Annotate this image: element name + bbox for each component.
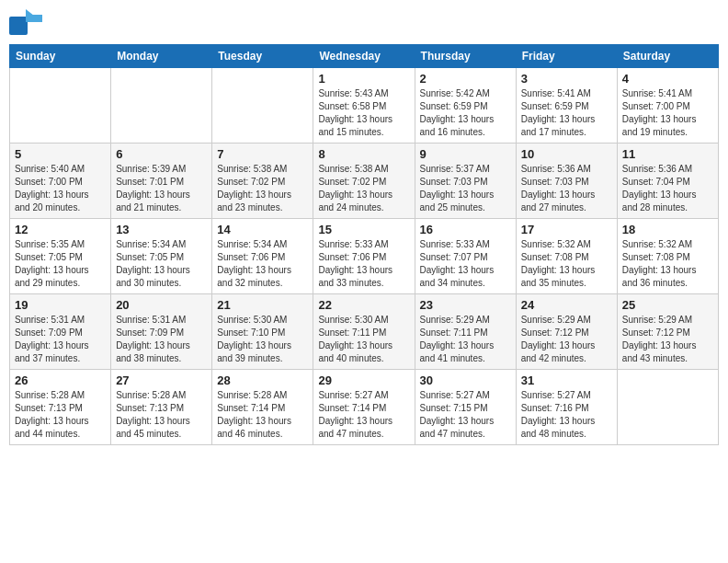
sunrise-line: Sunrise: 5:31 AM: [116, 315, 186, 325]
calendar-cell: 15Sunrise: 5:33 AMSunset: 7:06 PMDayligh…: [313, 219, 415, 294]
sunrise-line: Sunrise: 5:40 AM: [15, 164, 85, 174]
calendar-cell: 26Sunrise: 5:28 AMSunset: 7:13 PMDayligh…: [10, 370, 111, 445]
cell-date-number: 29: [318, 373, 409, 387]
day-header-tuesday: Tuesday: [212, 45, 313, 68]
daylight-line: Daylight: 13 hours and 23 minutes.: [217, 190, 291, 213]
day-header-sunday: Sunday: [10, 45, 111, 68]
cell-date-number: 22: [318, 298, 409, 312]
sunrise-line: Sunrise: 5:30 AM: [318, 315, 388, 325]
sunset-line: Sunset: 7:00 PM: [622, 101, 690, 111]
cell-date-number: 12: [15, 223, 106, 236]
cell-date-number: 31: [521, 373, 612, 387]
calendar-cell: 8Sunrise: 5:38 AMSunset: 7:02 PMDaylight…: [313, 144, 415, 219]
sunrise-line: Sunrise: 5:28 AM: [217, 390, 287, 400]
cell-date-number: 1: [318, 72, 409, 86]
sunset-line: Sunset: 6:59 PM: [420, 101, 488, 111]
cell-info: Sunrise: 5:28 AMSunset: 7:14 PMDaylight:…: [217, 389, 308, 441]
cell-info: Sunrise: 5:36 AMSunset: 7:03 PMDaylight:…: [521, 163, 612, 214]
cell-info: Sunrise: 5:33 AMSunset: 7:06 PMDaylight:…: [318, 238, 409, 290]
cell-info: Sunrise: 5:31 AMSunset: 7:09 PMDaylight:…: [116, 314, 207, 365]
daylight-line: Daylight: 13 hours and 47 minutes.: [420, 416, 495, 439]
cell-date-number: 28: [217, 373, 308, 387]
sunset-line: Sunset: 7:13 PM: [15, 403, 83, 413]
calendar-cell: 31Sunrise: 5:27 AMSunset: 7:16 PMDayligh…: [516, 370, 617, 445]
daylight-line: Daylight: 13 hours and 32 minutes.: [217, 265, 291, 288]
calendar-cell: 28Sunrise: 5:28 AMSunset: 7:14 PMDayligh…: [212, 370, 313, 445]
cell-info: Sunrise: 5:36 AMSunset: 7:04 PMDaylight:…: [622, 163, 713, 214]
calendar-cell: 14Sunrise: 5:34 AMSunset: 7:06 PMDayligh…: [212, 219, 313, 294]
cell-info: Sunrise: 5:32 AMSunset: 7:08 PMDaylight:…: [521, 238, 612, 290]
day-header-wednesday: Wednesday: [313, 45, 415, 68]
cell-info: Sunrise: 5:28 AMSunset: 7:13 PMDaylight:…: [15, 389, 106, 441]
cell-info: Sunrise: 5:41 AMSunset: 7:00 PMDaylight:…: [622, 87, 713, 139]
calendar-row-1: 1Sunrise: 5:43 AMSunset: 6:58 PMDaylight…: [10, 68, 719, 144]
cell-info: Sunrise: 5:31 AMSunset: 7:09 PMDaylight:…: [15, 314, 106, 365]
cell-date-number: 13: [116, 223, 207, 236]
sunset-line: Sunset: 7:04 PM: [622, 177, 690, 187]
sunrise-line: Sunrise: 5:35 AM: [15, 239, 85, 249]
sunrise-line: Sunrise: 5:33 AM: [420, 239, 490, 249]
calendar-row-2: 5Sunrise: 5:40 AMSunset: 7:00 PMDaylight…: [10, 144, 719, 219]
cell-date-number: 17: [521, 223, 612, 236]
sunrise-line: Sunrise: 5:29 AM: [420, 315, 490, 325]
sunset-line: Sunset: 7:09 PM: [15, 327, 83, 338]
calendar-cell: 24Sunrise: 5:29 AMSunset: 7:12 PMDayligh…: [516, 294, 617, 370]
sunrise-line: Sunrise: 5:38 AM: [318, 164, 388, 174]
cell-date-number: 4: [622, 72, 713, 86]
cell-date-number: 30: [420, 373, 511, 387]
calendar-cell: 2Sunrise: 5:42 AMSunset: 6:59 PMDaylight…: [415, 68, 516, 144]
sunset-line: Sunset: 7:14 PM: [318, 403, 386, 413]
day-header-thursday: Thursday: [415, 45, 516, 68]
cell-info: Sunrise: 5:34 AMSunset: 7:06 PMDaylight:…: [217, 238, 308, 290]
logo-icon: [9, 9, 42, 37]
sunset-line: Sunset: 7:00 PM: [15, 177, 83, 187]
sunrise-line: Sunrise: 5:27 AM: [318, 390, 388, 400]
sunset-line: Sunset: 7:09 PM: [116, 327, 184, 338]
sunrise-line: Sunrise: 5:42 AM: [420, 88, 490, 98]
sunrise-line: Sunrise: 5:28 AM: [116, 390, 186, 400]
sunrise-line: Sunrise: 5:32 AM: [521, 239, 591, 249]
sunrise-line: Sunrise: 5:43 AM: [318, 88, 388, 98]
sunrise-line: Sunrise: 5:41 AM: [622, 88, 692, 98]
cell-info: Sunrise: 5:38 AMSunset: 7:02 PMDaylight:…: [318, 163, 409, 214]
daylight-line: Daylight: 13 hours and 29 minutes.: [15, 265, 89, 288]
sunset-line: Sunset: 7:01 PM: [116, 177, 184, 187]
calendar-cell: 22Sunrise: 5:30 AMSunset: 7:11 PMDayligh…: [313, 294, 415, 370]
daylight-line: Daylight: 13 hours and 36 minutes.: [622, 265, 697, 288]
sunset-line: Sunset: 7:03 PM: [420, 177, 488, 187]
calendar-cell: [212, 68, 313, 144]
sunset-line: Sunset: 7:03 PM: [521, 177, 589, 187]
daylight-line: Daylight: 13 hours and 21 minutes.: [116, 190, 190, 213]
sunset-line: Sunset: 7:11 PM: [318, 327, 386, 338]
daylight-line: Daylight: 13 hours and 42 minutes.: [521, 340, 596, 363]
day-header-saturday: Saturday: [617, 45, 718, 68]
sunset-line: Sunset: 7:08 PM: [521, 252, 589, 262]
calendar-cell: [10, 68, 111, 144]
sunset-line: Sunset: 7:12 PM: [521, 327, 589, 338]
cell-date-number: 11: [622, 147, 713, 161]
sunset-line: Sunset: 7:14 PM: [217, 403, 285, 413]
cell-info: Sunrise: 5:37 AMSunset: 7:03 PMDaylight:…: [420, 163, 511, 214]
daylight-line: Daylight: 13 hours and 45 minutes.: [116, 416, 190, 439]
calendar-cell: 12Sunrise: 5:35 AMSunset: 7:05 PMDayligh…: [10, 219, 111, 294]
cell-info: Sunrise: 5:28 AMSunset: 7:13 PMDaylight:…: [116, 389, 207, 441]
calendar-cell: 18Sunrise: 5:32 AMSunset: 7:08 PMDayligh…: [617, 219, 718, 294]
daylight-line: Daylight: 13 hours and 38 minutes.: [116, 340, 190, 363]
daylight-line: Daylight: 13 hours and 34 minutes.: [420, 265, 495, 288]
daylight-line: Daylight: 13 hours and 30 minutes.: [116, 265, 190, 288]
calendar-cell: 19Sunrise: 5:31 AMSunset: 7:09 PMDayligh…: [10, 294, 111, 370]
daylight-line: Daylight: 13 hours and 37 minutes.: [15, 340, 89, 363]
sunrise-line: Sunrise: 5:28 AM: [15, 390, 85, 400]
sunrise-line: Sunrise: 5:30 AM: [217, 315, 287, 325]
cell-info: Sunrise: 5:41 AMSunset: 6:59 PMDaylight:…: [521, 87, 612, 139]
cell-info: Sunrise: 5:27 AMSunset: 7:15 PMDaylight:…: [420, 389, 511, 441]
calendar-row-3: 12Sunrise: 5:35 AMSunset: 7:05 PMDayligh…: [10, 219, 719, 294]
logo: [9, 9, 46, 37]
calendar-cell: 6Sunrise: 5:39 AMSunset: 7:01 PMDaylight…: [111, 144, 212, 219]
calendar-cell: 23Sunrise: 5:29 AMSunset: 7:11 PMDayligh…: [415, 294, 516, 370]
cell-date-number: 24: [521, 298, 612, 312]
calendar-row-5: 26Sunrise: 5:28 AMSunset: 7:13 PMDayligh…: [10, 370, 719, 445]
calendar-cell: 4Sunrise: 5:41 AMSunset: 7:00 PMDaylight…: [617, 68, 718, 144]
cell-date-number: 18: [622, 223, 713, 236]
cell-date-number: 20: [116, 298, 207, 312]
